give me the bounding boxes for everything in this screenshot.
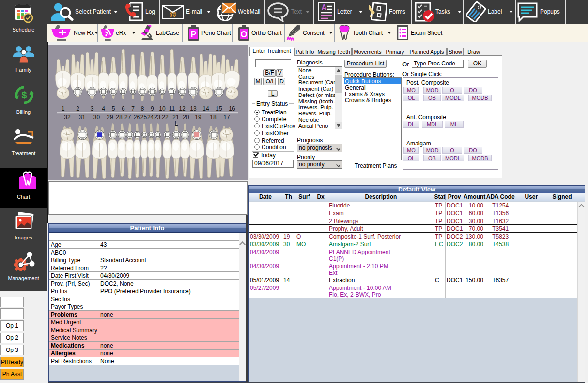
svg-text:6: 6 bbox=[122, 105, 125, 112]
svg-text:23: 23 bbox=[154, 114, 161, 121]
svg-text:P: P bbox=[190, 30, 196, 39]
svg-text:17: 17 bbox=[223, 114, 230, 121]
svg-text:24: 24 bbox=[147, 114, 154, 121]
svg-text:32: 32 bbox=[64, 114, 71, 121]
svg-text:1: 1 bbox=[62, 105, 65, 112]
svg-text:18: 18 bbox=[210, 114, 217, 121]
svg-text:A: A bbox=[321, 3, 327, 12]
svg-text:21: 21 bbox=[172, 114, 179, 121]
svg-text:7: 7 bbox=[131, 105, 135, 112]
svg-text:27: 27 bbox=[124, 114, 131, 121]
svg-text:28: 28 bbox=[116, 114, 123, 121]
svg-text:9: 9 bbox=[151, 105, 154, 112]
svg-text:16: 16 bbox=[229, 105, 235, 112]
svg-text:20: 20 bbox=[183, 114, 189, 121]
svg-text:14: 14 bbox=[202, 105, 209, 112]
svg-text:3: 3 bbox=[91, 105, 94, 112]
svg-text:8: 8 bbox=[141, 105, 144, 112]
svg-text:25: 25 bbox=[140, 114, 147, 121]
svg-text:4: 4 bbox=[102, 105, 105, 112]
svg-text:L: L bbox=[175, 120, 178, 127]
svg-text:2: 2 bbox=[76, 105, 79, 112]
svg-text:12: 12 bbox=[179, 105, 186, 112]
svg-text:O: O bbox=[240, 30, 247, 39]
svg-text:$: $ bbox=[21, 90, 27, 100]
svg-text:22: 22 bbox=[162, 114, 169, 121]
svg-text:10: 10 bbox=[159, 105, 166, 112]
svg-text:@: @ bbox=[170, 10, 177, 18]
svg-text:5: 5 bbox=[112, 105, 115, 112]
svg-text:29: 29 bbox=[107, 114, 113, 121]
svg-text:30: 30 bbox=[93, 114, 100, 121]
svg-text:26: 26 bbox=[134, 114, 140, 121]
svg-text:31: 31 bbox=[79, 114, 86, 121]
svg-text:11: 11 bbox=[169, 105, 175, 112]
svg-text:19: 19 bbox=[195, 114, 201, 121]
svg-text:13: 13 bbox=[190, 105, 197, 112]
svg-text:15: 15 bbox=[216, 105, 222, 112]
